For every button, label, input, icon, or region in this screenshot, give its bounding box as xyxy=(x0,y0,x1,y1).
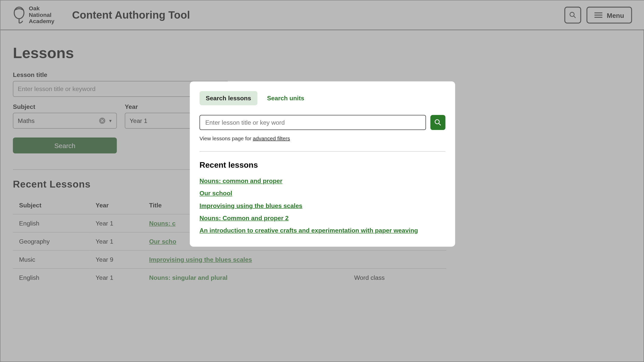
svg-point-7 xyxy=(435,120,439,124)
recent-lesson-link[interactable]: Improvising using the blues scales xyxy=(199,202,302,209)
modal-overlay[interactable]: Search lessons Search units View lessons… xyxy=(1,1,644,362)
hint-prefix: View lessons page for xyxy=(199,135,253,142)
list-item: Nouns: Common and proper 2 xyxy=(199,214,445,222)
list-item: An introduction to creative crafts and e… xyxy=(199,226,445,234)
modal-search-button[interactable] xyxy=(430,115,446,130)
recent-lesson-link[interactable]: Our school xyxy=(199,190,232,197)
tab-search-units[interactable]: Search units xyxy=(261,91,310,105)
search-modal: Search lessons Search units View lessons… xyxy=(190,81,455,247)
modal-search-input[interactable] xyxy=(199,115,426,130)
modal-recent-heading: Recent lessons xyxy=(199,160,445,170)
svg-line-8 xyxy=(439,123,441,125)
recent-lessons-list: Nouns: common and properOur schoolImprov… xyxy=(199,177,445,234)
list-item: Improvising using the blues scales xyxy=(199,202,445,210)
recent-lesson-link[interactable]: Nouns: common and proper xyxy=(199,177,283,184)
list-item: Our school xyxy=(199,189,445,197)
tab-search-lessons[interactable]: Search lessons xyxy=(199,91,257,105)
advanced-filters-link[interactable]: advanced filters xyxy=(253,135,290,142)
modal-hint: View lessons page for advanced filters xyxy=(199,135,445,142)
recent-lesson-link[interactable]: Nouns: Common and proper 2 xyxy=(199,214,289,221)
modal-divider xyxy=(199,151,445,152)
recent-lesson-link[interactable]: An introduction to creative crafts and e… xyxy=(199,227,418,234)
search-icon xyxy=(434,119,441,126)
list-item: Nouns: common and proper xyxy=(199,177,445,185)
modal-tabs: Search lessons Search units xyxy=(199,91,445,105)
